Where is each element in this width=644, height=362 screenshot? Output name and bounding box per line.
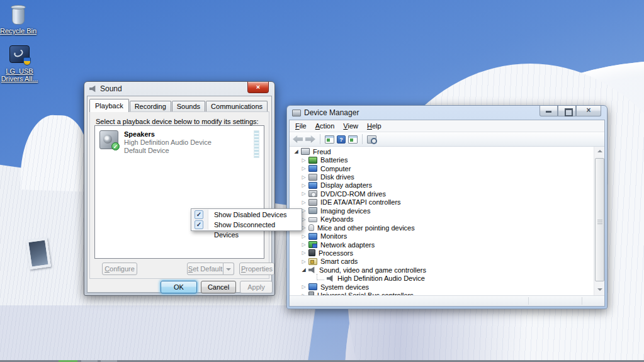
tree-item-computer[interactable]: Computer xyxy=(290,164,594,173)
expander-collapsed-icon[interactable] xyxy=(300,165,307,172)
menu-item-show-disabled-devices[interactable]: Show Disabled Devices xyxy=(192,210,301,220)
ok-button[interactable]: OK xyxy=(161,281,197,293)
caption-buttons xyxy=(539,106,601,116)
tree-item-smart-cards[interactable]: Smart cards xyxy=(290,257,594,266)
tree-item-imaging-devices[interactable]: Imaging devices xyxy=(290,206,594,215)
tab-playback[interactable]: Playback xyxy=(89,99,129,112)
console-tree-icon[interactable] xyxy=(325,135,334,144)
tree-root[interactable]: Freud xyxy=(290,147,594,156)
vertical-scrollbar[interactable] xyxy=(594,147,604,295)
tab-sounds[interactable]: Sounds xyxy=(172,101,205,112)
action-pane-icon[interactable] xyxy=(348,135,358,144)
tree-item-disk-drives[interactable]: Disk drives xyxy=(290,173,594,181)
playback-tab-page: Select a playback device below to modify… xyxy=(89,111,269,279)
volume-meter xyxy=(254,130,259,158)
expander-collapsed-icon[interactable] xyxy=(300,241,307,248)
help-icon[interactable] xyxy=(337,135,346,144)
apply-button[interactable]: Apply xyxy=(240,281,273,293)
desktop-icon-lg-usb[interactable]: LG_USB Drivers All... xyxy=(0,45,40,82)
device-manager-icon xyxy=(292,110,301,116)
expander-collapsed-icon[interactable] xyxy=(300,190,307,197)
desktop-icon-label: Recycle Bin xyxy=(0,27,38,35)
tree-item-ide-controllers[interactable]: IDE ATA/ATAPI controllers xyxy=(290,198,594,206)
desktop-icon-label: Drivers All... xyxy=(0,75,40,82)
audio-device-icon xyxy=(327,275,334,282)
mouse-icon xyxy=(308,224,314,231)
menu-view[interactable]: View xyxy=(339,121,363,131)
ide-controller-icon xyxy=(308,199,317,206)
expander-collapsed-icon[interactable] xyxy=(300,283,307,290)
menu-help[interactable]: Help xyxy=(363,121,386,131)
sound-titlebar[interactable]: Sound xyxy=(84,82,274,96)
tree-item-keyboards[interactable]: Keyboards xyxy=(290,215,594,223)
tab-communications[interactable]: Communications xyxy=(206,101,268,112)
toolbar-separator xyxy=(362,134,363,144)
toolbar xyxy=(290,132,604,147)
sound-client: Playback Recording Sounds Communications… xyxy=(87,96,272,293)
tree-item-mice[interactable]: Mice and other pointing devices xyxy=(290,223,594,232)
menu-file[interactable]: File xyxy=(291,121,311,131)
expander-collapsed-icon[interactable] xyxy=(300,249,307,256)
keyboard-icon xyxy=(308,217,317,222)
back-icon[interactable] xyxy=(293,135,303,143)
device-status: Default Device xyxy=(124,147,260,155)
recycle-bin-icon xyxy=(10,5,26,25)
menu-action[interactable]: Action xyxy=(311,121,339,131)
menu-item-show-disconnected-devices[interactable]: Show Disconnected Devices xyxy=(192,220,301,230)
expander-collapsed-icon[interactable] xyxy=(300,182,307,189)
computer-root-icon xyxy=(301,148,310,155)
forward-icon[interactable] xyxy=(305,135,315,143)
tree-item-monitors[interactable]: Monitors xyxy=(290,232,594,240)
status-divider xyxy=(582,297,582,305)
window-title: Device Manager xyxy=(304,108,359,117)
device-list-item-speakers[interactable]: Speakers High Definition Audio Device De… xyxy=(95,126,264,155)
tree-item-hd-audio-device[interactable]: High Definition Audio Device xyxy=(290,274,594,283)
instruction-text: Select a playback device below to modify… xyxy=(96,118,259,125)
playback-device-list[interactable]: Speakers High Definition Audio Device De… xyxy=(94,125,264,259)
expander-collapsed-icon[interactable] xyxy=(300,157,307,164)
expander-collapsed-icon[interactable] xyxy=(300,174,307,181)
maximize-button[interactable] xyxy=(558,106,576,116)
device-manager-window: Device Manager File Action View Help xyxy=(286,105,607,309)
expander-collapsed-icon[interactable] xyxy=(300,233,307,240)
tree-item-display-adapters[interactable]: Display adapters xyxy=(290,181,594,189)
close-button[interactable] xyxy=(247,82,269,93)
expander-collapsed-icon[interactable] xyxy=(300,199,307,206)
close-button[interactable] xyxy=(576,106,601,116)
tree-item-network-adapters[interactable]: Network adapters xyxy=(290,240,594,249)
tree-item-sound-controllers[interactable]: Sound, video and game controllers xyxy=(290,266,594,274)
cancel-button[interactable]: Cancel xyxy=(201,281,236,293)
properties-button[interactable]: Properties xyxy=(239,263,274,275)
scroll-up-icon[interactable] xyxy=(595,147,604,157)
expander-collapsed-icon[interactable] xyxy=(300,258,307,265)
tree-item-dvd-drives[interactable]: DVD/CD-ROM drives xyxy=(290,189,594,198)
speakers-icon xyxy=(99,130,118,149)
scan-hardware-icon[interactable] xyxy=(367,135,376,144)
configure-button[interactable]: Configure xyxy=(102,263,137,275)
scrollbar-thumb[interactable] xyxy=(595,158,604,281)
system-device-icon xyxy=(308,283,317,290)
monitor-icon xyxy=(308,233,317,240)
checkmark-icon xyxy=(195,210,203,219)
minimize-button[interactable] xyxy=(539,106,558,116)
set-default-button[interactable]: Set Default xyxy=(187,263,223,275)
tree-item-system-devices[interactable]: System devices xyxy=(290,283,594,291)
background-building-tower xyxy=(20,114,91,192)
tree-item-batteries[interactable]: Batteries xyxy=(290,156,594,164)
expander-expanded-icon[interactable] xyxy=(293,148,300,155)
dvd-drive-icon xyxy=(308,190,317,197)
set-default-dropdown-icon[interactable] xyxy=(223,263,234,275)
scroll-down-icon[interactable] xyxy=(595,285,604,295)
smart-card-icon xyxy=(308,258,317,265)
battery-icon xyxy=(308,157,317,164)
checkmark-icon xyxy=(195,220,203,229)
sound-window: Sound Playback Recording Sounds Communic… xyxy=(84,81,275,296)
expander-expanded-icon[interactable] xyxy=(300,266,307,273)
tree-connector xyxy=(317,274,324,280)
menubar: File Action View Help xyxy=(290,120,604,132)
tab-recording[interactable]: Recording xyxy=(130,101,171,112)
uac-shield-icon xyxy=(23,57,31,65)
window-title: Sound xyxy=(100,84,122,93)
desktop-icon-recycle-bin[interactable]: Recycle Bin xyxy=(0,5,38,35)
tree-item-processors[interactable]: Processors xyxy=(290,249,594,257)
